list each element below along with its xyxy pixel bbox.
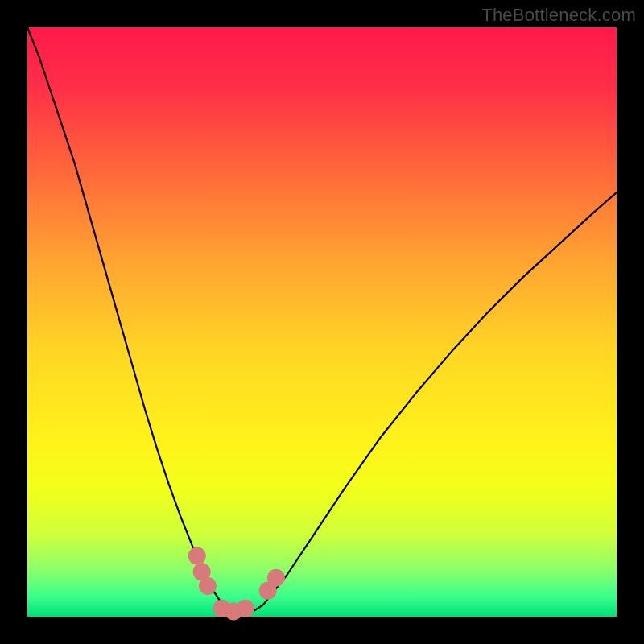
curve-marker — [188, 547, 206, 565]
curve-marker — [267, 569, 285, 587]
curve-marker — [199, 577, 217, 595]
chart-frame: TheBottleneck.com — [0, 0, 644, 644]
bottleneck-chart — [0, 0, 644, 644]
watermark-text: TheBottleneck.com — [481, 5, 636, 26]
curve-marker — [237, 600, 254, 617]
plot-background — [27, 27, 617, 617]
